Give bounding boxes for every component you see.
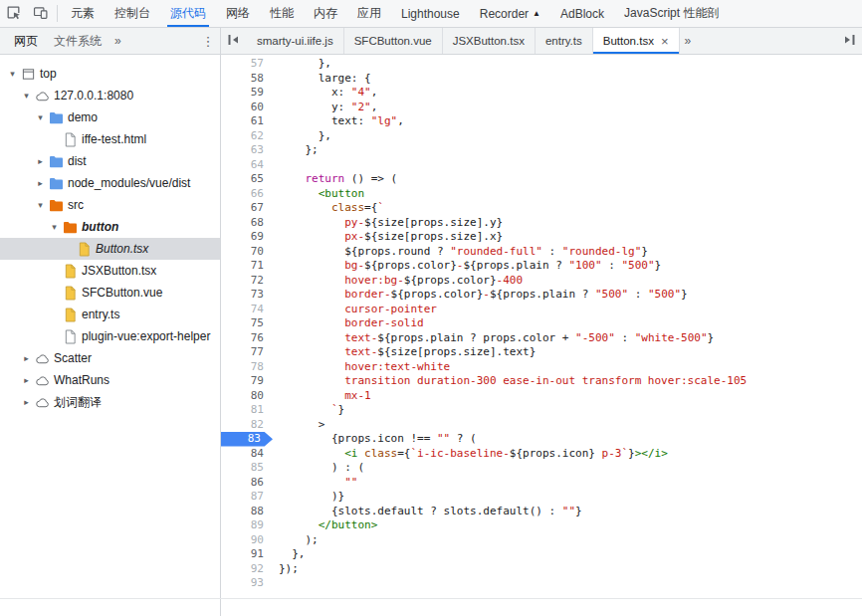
navigator-tab-page[interactable]: 网页 (6, 28, 46, 54)
code-text[interactable]: <i class={`i-ic-baseline-${props.icon} p… (273, 447, 668, 462)
code-text[interactable] (273, 158, 279, 173)
expand-arrow-icon[interactable]: ▾ (34, 200, 47, 210)
line-number[interactable]: 61 (221, 114, 273, 129)
more-file-tabs-icon[interactable]: » (680, 34, 697, 48)
panel-tab-performance[interactable]: 性能 (260, 0, 304, 27)
tree-item-JSXButton.tsx[interactable]: JSXButton.tsx (0, 260, 220, 282)
line-number[interactable]: 79 (221, 374, 273, 389)
navigator-menu-icon[interactable]: ⋮ (196, 34, 220, 49)
line-number[interactable]: 60 (221, 101, 273, 115)
panel-tab-recorder[interactable]: Recorder▲ (470, 0, 550, 27)
tree-item-Button.tsx[interactable]: Button.tsx (0, 238, 220, 260)
line-number[interactable]: 87 (221, 490, 273, 505)
code-text[interactable]: mx-1 (273, 389, 371, 404)
line-number[interactable]: 73 (221, 288, 273, 303)
code-text[interactable]: border-solid (273, 316, 424, 331)
file-tab-JSXButton.tsx[interactable]: JSXButton.tsx (443, 28, 536, 54)
line-number[interactable]: 77 (221, 345, 273, 360)
tree-item-dist[interactable]: ▸dist (0, 150, 220, 172)
code-editor[interactable]: 57 },58 large: {59 x: "4",60 y: "2",61 t… (221, 55, 862, 616)
code-text[interactable]: y: "2", (273, 101, 377, 115)
line-number[interactable]: 69 (221, 230, 273, 245)
hide-navigator-button[interactable] (221, 28, 247, 54)
tree-item-entry.ts[interactable]: entry.ts (0, 304, 220, 325)
code-text[interactable]: class={` (273, 201, 384, 216)
code-text[interactable]: x: "4", (273, 86, 377, 101)
line-number[interactable]: 82 (221, 418, 273, 433)
tree-item-node_modules/vue/dist[interactable]: ▸node_modules/vue/dist (0, 172, 220, 194)
code-text[interactable]: py-${size[props.size].y} (273, 216, 503, 231)
code-text[interactable]: <button (273, 187, 364, 202)
line-number[interactable]: 92 (221, 562, 273, 577)
code-text[interactable]: large: { (273, 72, 371, 87)
code-text[interactable]: transition duration-300 ease-in-out tran… (273, 374, 747, 389)
expand-arrow-icon[interactable]: ▸ (34, 156, 47, 166)
close-icon[interactable]: × (661, 35, 669, 48)
line-number[interactable]: 84 (221, 447, 273, 462)
code-text[interactable]: bg-${props.color}-${props.plain ? "100" … (273, 259, 661, 274)
line-number[interactable]: 65 (221, 172, 273, 187)
line-number[interactable]: 89 (221, 518, 273, 533)
code-text[interactable]: text: "lg", (273, 114, 404, 129)
code-text[interactable]: {slots.default ? slots.default() : ""} (273, 505, 582, 519)
line-number[interactable]: 72 (221, 274, 273, 289)
code-text[interactable]: }, (273, 129, 331, 144)
code-text[interactable]: return () => ( (273, 172, 397, 187)
line-number[interactable]: 93 (221, 576, 273, 591)
tree-item-iffe-test.html[interactable]: iffe-test.html (0, 128, 220, 150)
code-text[interactable]: text-${size[props.size].text} (273, 345, 536, 360)
file-tab-smarty-ui.iife.js[interactable]: smarty-ui.iife.js (247, 28, 344, 54)
panel-tab-adblock[interactable]: AdBlock (550, 0, 614, 27)
line-number[interactable]: 80 (221, 389, 273, 404)
expand-arrow-icon[interactable]: ▸ (20, 397, 33, 407)
tree-item-SFCButton.vue[interactable]: SFCButton.vue (0, 282, 220, 304)
navigator-tab-filesystem[interactable]: 文件系统 (46, 28, 109, 54)
line-number[interactable]: 85 (221, 461, 273, 476)
expand-arrow-icon[interactable]: ▾ (6, 69, 19, 79)
panel-tab-memory[interactable]: 内存 (304, 0, 347, 27)
line-number[interactable]: 91 (221, 547, 273, 562)
line-number[interactable]: 63 (221, 143, 273, 158)
code-text[interactable]: )} (273, 490, 344, 505)
code-text[interactable]: border-${props.color}-${props.plain ? "5… (273, 288, 688, 303)
expand-arrow-icon[interactable]: ▾ (48, 222, 61, 232)
code-text[interactable]: }, (273, 57, 331, 72)
expand-arrow-icon[interactable]: ▸ (20, 375, 33, 385)
device-toolbar-button[interactable] (27, 0, 54, 27)
code-text[interactable]: }, (273, 547, 306, 562)
line-number[interactable]: 81 (221, 403, 273, 418)
tree-item-127.0.0.1:8080[interactable]: ▾127.0.0.1:8080 (0, 85, 220, 106)
line-number[interactable]: 66 (221, 187, 273, 202)
inspect-button[interactable] (0, 0, 27, 27)
panel-tab-console[interactable]: 控制台 (105, 0, 160, 27)
tree-item-plugin-vue:export-helper[interactable]: plugin-vue:export-helper (0, 325, 220, 347)
code-text[interactable] (273, 576, 279, 591)
tree-item-Scatter[interactable]: ▸Scatter (0, 347, 220, 369)
expand-arrow-icon[interactable]: ▾ (34, 112, 47, 122)
code-text[interactable]: </button> (273, 518, 377, 533)
file-tab-SFCButton.vue[interactable]: SFCButton.vue (344, 28, 443, 54)
line-number[interactable]: 59 (221, 86, 273, 101)
panel-tab-js-profiler[interactable]: JavaScript 性能剖 (614, 0, 729, 27)
code-text[interactable]: ) : ( (273, 461, 364, 476)
line-number[interactable]: 75 (221, 316, 273, 331)
file-tab-entry.ts[interactable]: entry.ts (536, 28, 593, 54)
expand-arrow-icon[interactable]: ▸ (34, 178, 47, 188)
expand-arrow-icon[interactable]: ▾ (20, 91, 33, 101)
line-number[interactable]: 64 (221, 158, 273, 173)
show-debugger-button[interactable] (836, 28, 862, 54)
line-number[interactable]: 88 (221, 505, 273, 519)
tree-item-button[interactable]: ▾button (0, 216, 220, 238)
code-text[interactable]: }); (273, 562, 299, 577)
line-number[interactable]: 68 (221, 216, 273, 231)
line-number[interactable]: 86 (221, 476, 273, 491)
code-text[interactable]: cursor-pointer (273, 303, 437, 317)
code-text[interactable]: px-${size[props.size].x} (273, 230, 503, 245)
tree-item-划词翻译[interactable]: ▸划词翻译 (0, 391, 220, 413)
line-number[interactable]: 70 (221, 245, 273, 260)
line-number[interactable]: 74 (221, 303, 273, 317)
tree-item-WhatRuns[interactable]: ▸WhatRuns (0, 369, 220, 391)
panel-tab-application[interactable]: 应用 (347, 0, 391, 27)
file-tab-Button.tsx[interactable]: Button.tsx× (593, 28, 680, 54)
code-text[interactable]: hover:text-white (273, 360, 450, 375)
